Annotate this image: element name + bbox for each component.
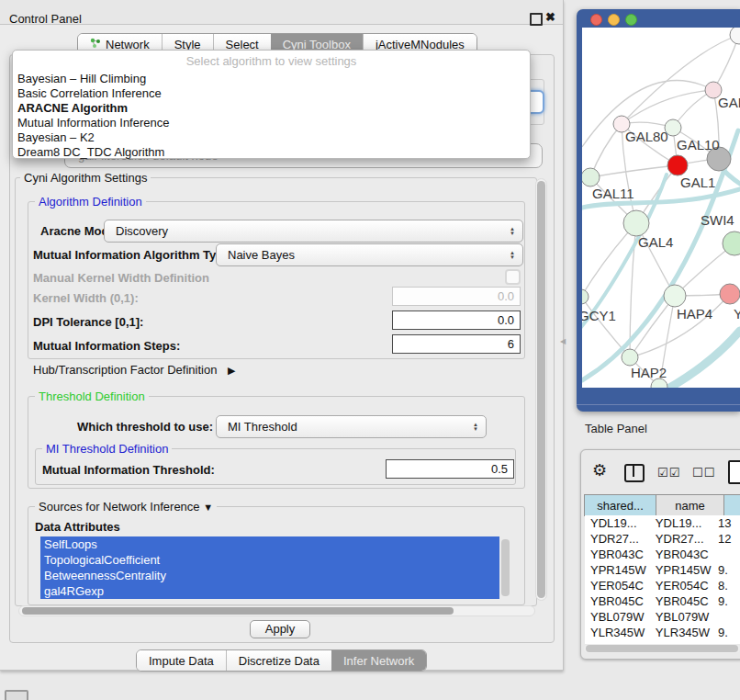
aracne-mode-combo[interactable]: Discovery ▲▼ bbox=[104, 220, 523, 243]
which-threshold-combo[interactable]: MI Threshold ▲▼ bbox=[216, 415, 487, 438]
table-panel-title: Table Panel bbox=[585, 422, 647, 435]
table-row[interactable]: YBR045CYBR045C9. bbox=[585, 593, 740, 609]
table-cell: YLR345W bbox=[650, 625, 712, 640]
close-icon[interactable]: ✖ bbox=[545, 10, 555, 24]
node-label-HAP4: HAP4 bbox=[677, 306, 712, 322]
mi-threshold-label: Mutual Information Threshold: bbox=[42, 463, 215, 477]
algorithm-option[interactable]: Basic Correlation Inference bbox=[13, 86, 530, 101]
tab-impute-data[interactable]: Impute Data bbox=[137, 650, 226, 671]
network-node-GCY1[interactable] bbox=[582, 289, 589, 304]
table-row[interactable]: YPR145WYPR145W9. bbox=[585, 562, 740, 578]
network-node-GAL4[interactable] bbox=[623, 210, 649, 236]
algorithm-option[interactable]: Dream8 DC_TDC Algorithm bbox=[13, 145, 530, 160]
partial-toolbar-icon[interactable] bbox=[5, 690, 28, 700]
close-traffic-light[interactable] bbox=[590, 14, 602, 26]
network-canvas[interactable]: GAL7GAL80GAL10GAL1GAL11GAL4SWI4HAP4YGCY1… bbox=[582, 28, 740, 388]
algorithm-dropdown-popup: Select algorithm to view settings Bayesi… bbox=[12, 50, 531, 159]
table-cell: YDL19... bbox=[585, 515, 650, 531]
table-row[interactable]: YBR043CYBR043C bbox=[585, 547, 740, 562]
network-window-bottom-line bbox=[577, 404, 740, 405]
network-edge[interactable] bbox=[622, 90, 713, 124]
node-label-GAL7: GAL7 bbox=[718, 95, 740, 110]
network-edge[interactable] bbox=[622, 35, 739, 124]
node-label-Y: Y bbox=[734, 306, 740, 322]
settings-horizontal-scrollbar-thumb[interactable] bbox=[22, 607, 454, 615]
network-node-unnamed-pink[interactable] bbox=[720, 284, 740, 304]
mi-steps-field[interactable]: 6 bbox=[392, 334, 521, 354]
node-label-GAL80: GAL80 bbox=[625, 129, 668, 144]
hub-definition-toggle[interactable]: Hub/Transcription Factor Definition ▶ bbox=[33, 363, 235, 377]
settings-vertical-scrollbar-thumb[interactable] bbox=[537, 181, 545, 598]
attribute-list-item[interactable]: TopologicalCoefficient bbox=[40, 552, 499, 568]
table-row[interactable]: YER054CYER054C8. bbox=[585, 578, 740, 593]
network-node-HAP4[interactable] bbox=[664, 285, 686, 307]
gear-icon[interactable]: ⚙ bbox=[592, 460, 607, 480]
mi-steps-label: Mutual Information Steps: bbox=[33, 339, 180, 353]
algorithm-option[interactable]: Bayesian – Hill Climbing bbox=[13, 72, 530, 86]
network-node-HAP2[interactable] bbox=[622, 349, 638, 366]
attribute-list-item[interactable]: gal4RGexp bbox=[40, 583, 499, 599]
network-node-unnamed-top[interactable] bbox=[730, 28, 740, 44]
apply-button[interactable]: Apply bbox=[250, 620, 310, 638]
algorithm-option-list: Bayesian – Hill ClimbingBasic Correlatio… bbox=[13, 72, 530, 160]
column-selector-icon[interactable] bbox=[624, 464, 645, 482]
settings-group-title: Cyni Algorithm Settings bbox=[20, 171, 151, 185]
column-header-shared[interactable]: shared... bbox=[585, 495, 656, 515]
column-header-partial[interactable] bbox=[723, 495, 740, 515]
mi-algorithm-type-label: Mutual Information Algorithm Type: bbox=[33, 248, 234, 262]
network-node-GAL11[interactable] bbox=[582, 168, 600, 186]
table-cell bbox=[712, 547, 740, 562]
data-attributes-list[interactable]: SelfLoopsTopologicalCoefficientBetweenne… bbox=[40, 536, 514, 599]
table-cell: YBR043C bbox=[585, 547, 650, 562]
tab-infer-network[interactable]: Infer Network bbox=[331, 650, 426, 671]
table-row[interactable]: YDL19...YDL19...13 bbox=[585, 515, 740, 531]
attribute-list-item[interactable]: SelfLoops bbox=[40, 536, 499, 552]
table-cell: 9. bbox=[712, 593, 740, 609]
manual-kernel-checkbox[interactable] bbox=[505, 269, 521, 285]
algorithm-option[interactable]: Mutual Information Inference bbox=[13, 116, 530, 130]
select-all-icon[interactable]: ☑☑ bbox=[657, 466, 680, 480]
kernel-width-field[interactable]: 0.0 bbox=[392, 287, 521, 306]
network-edge-highlighted[interactable] bbox=[667, 331, 740, 388]
table-row[interactable]: YBL079WYBL079W bbox=[585, 609, 740, 625]
control-panel-title: Control Panel bbox=[9, 12, 82, 26]
table-cell: YDL19... bbox=[650, 515, 712, 531]
network-node-GAL1[interactable] bbox=[667, 155, 688, 175]
attribute-list-item[interactable]: BetweennessCentrality bbox=[40, 568, 499, 583]
dpi-tolerance-field[interactable]: 0.0 bbox=[392, 310, 521, 330]
table-row[interactable]: YDR27...YDR27...12 bbox=[585, 531, 740, 547]
threshold-definition-title: Threshold Definition bbox=[35, 390, 149, 403]
zoom-traffic-light[interactable] bbox=[625, 14, 637, 26]
column-header-name[interactable]: name bbox=[656, 495, 723, 515]
table-cell: 9. bbox=[712, 562, 740, 578]
algorithm-option[interactable]: Bayesian – K2 bbox=[13, 130, 530, 145]
algorithm-option[interactable]: ARACNE Algorithm bbox=[13, 101, 530, 116]
document-icon[interactable] bbox=[728, 460, 740, 484]
table-body[interactable]: YDL19...YDL19...13YDR27...YDR27...12YBR0… bbox=[585, 515, 740, 644]
algorithm-definition-title: Algorithm Definition bbox=[35, 195, 146, 209]
attribute-list-scrollbar-thumb[interactable] bbox=[501, 539, 510, 596]
table-cell: YBL079W bbox=[585, 609, 650, 625]
panel-splitter-arrow[interactable]: ◀ bbox=[560, 337, 566, 345]
sources-group-title[interactable]: Sources for Network Inference ▼ bbox=[35, 500, 217, 514]
mi-threshold-definition-title: MI Threshold Definition bbox=[42, 442, 172, 456]
float-window-icon[interactable] bbox=[530, 13, 543, 26]
mi-algorithm-type-combo[interactable]: Naive Bayes ▲▼ bbox=[216, 243, 523, 266]
table-cell bbox=[712, 609, 740, 625]
node-label-HAP2: HAP2 bbox=[631, 365, 667, 380]
collapsed-arrow-icon: ▶ bbox=[228, 365, 235, 376]
algorithm-placeholder: Select algorithm to view settings bbox=[13, 51, 530, 72]
table-cell: YBL079W bbox=[650, 609, 712, 625]
network-node-SWI4[interactable] bbox=[723, 231, 740, 255]
table-cell: YBR045C bbox=[650, 593, 712, 609]
minimize-traffic-light[interactable] bbox=[608, 14, 620, 26]
table-row[interactable]: YLR345WYLR345W9. bbox=[585, 625, 740, 640]
combo-arrows-icon: ▲▼ bbox=[473, 423, 486, 432]
table-cell: 12 bbox=[712, 531, 740, 547]
table-cell: YER054C bbox=[650, 578, 712, 593]
tab-discretize-data[interactable]: Discretize Data bbox=[226, 650, 331, 671]
table-cell: YDR27... bbox=[650, 531, 712, 547]
mi-threshold-field[interactable]: 0.5 bbox=[386, 459, 514, 479]
table-horizontal-scrollbar-thumb[interactable] bbox=[586, 645, 738, 652]
deselect-all-icon[interactable]: ☐☐ bbox=[692, 466, 715, 480]
